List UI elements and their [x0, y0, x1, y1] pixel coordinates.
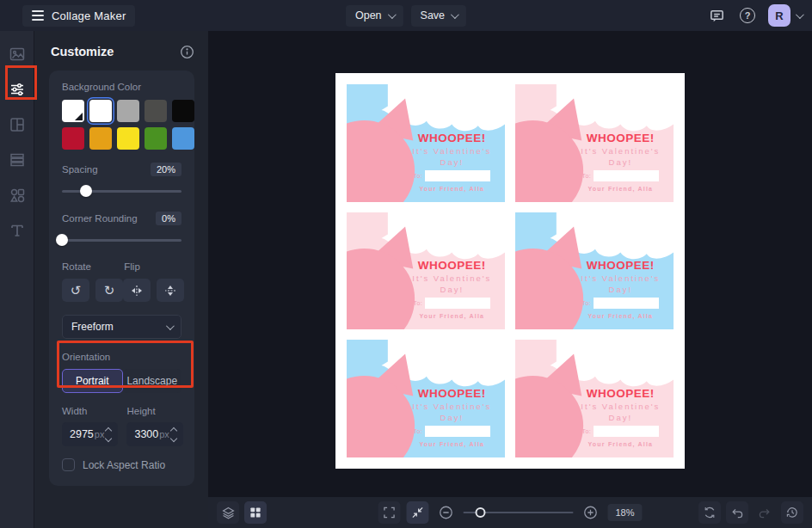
fit-to-screen-button[interactable]: [406, 501, 428, 524]
account-menu[interactable]: R: [768, 4, 802, 27]
app-menu-button[interactable]: Collage Maker: [22, 5, 135, 27]
flip-vertical-button[interactable]: [157, 279, 184, 302]
card-to-field: [425, 170, 490, 181]
rotate-right-button[interactable]: ↻: [95, 279, 123, 302]
rail-item-patterns[interactable]: [7, 150, 28, 170]
history-icon: [785, 506, 799, 519]
height-stepper[interactable]: [169, 428, 178, 441]
redo-button[interactable]: [754, 501, 776, 524]
lock-aspect-label: Lock Aspect Ratio: [83, 459, 165, 471]
rail-item-graphics[interactable]: [7, 185, 28, 206]
landscape-button[interactable]: Landscape: [123, 369, 182, 393]
slider-thumb[interactable]: [80, 185, 92, 197]
flip-label: Flip: [124, 261, 140, 272]
zoom-out-button[interactable]: [434, 501, 457, 524]
spacing-slider[interactable]: [62, 183, 181, 199]
portrait-button[interactable]: Portrait: [62, 369, 123, 393]
rotate-ccw-icon: ↺: [71, 284, 82, 297]
panel-info-button[interactable]: [179, 44, 194, 59]
layout-icon: [9, 116, 26, 133]
height-input[interactable]: 3300 px: [126, 422, 182, 446]
card-subtitle-line2: Day!: [570, 413, 670, 422]
fullscreen-button[interactable]: [378, 501, 400, 524]
swatch-crimson[interactable]: [62, 127, 84, 150]
canvas-area[interactable]: WHOOPEE! It's Valentine's Day! To: Your …: [208, 31, 812, 528]
swatch-yellow[interactable]: [117, 127, 139, 150]
collage-card[interactable]: WHOOPEE! It's Valentine's Day! To: Your …: [347, 212, 505, 330]
redo-icon: [758, 506, 772, 519]
slider-thumb[interactable]: [56, 234, 68, 246]
chevron-down-icon: [796, 10, 804, 19]
card-to-label: To:: [413, 173, 422, 179]
layers-icon: [221, 506, 236, 520]
undo-icon: [730, 506, 744, 519]
fullscreen-icon: [382, 506, 396, 519]
sliders-icon: [9, 81, 26, 98]
collage-card[interactable]: WHOOPEE! It's Valentine's Day! To: Your …: [347, 84, 505, 202]
undo-button[interactable]: [726, 501, 748, 524]
swatch-amber[interactable]: [89, 127, 112, 150]
feedback-button[interactable]: [706, 5, 727, 26]
grid-view-button[interactable]: [244, 501, 267, 524]
card-subtitle-line2: Day!: [402, 413, 501, 422]
width-value: 2975: [70, 428, 94, 440]
chat-bubble-icon: [709, 8, 725, 24]
app-title: Collage Maker: [52, 9, 126, 22]
rail-item-text[interactable]: [7, 220, 28, 241]
rail-item-layouts[interactable]: [7, 114, 28, 135]
zoom-value[interactable]: 18%: [607, 504, 642, 521]
help-button[interactable]: ?: [737, 5, 758, 26]
image-icon: [9, 46, 26, 63]
card-subtitle-line1: It's Valentine's: [402, 273, 501, 283]
open-button-label: Open: [355, 9, 382, 21]
refresh-button[interactable]: [698, 501, 721, 524]
chevron-down-icon: [170, 434, 177, 441]
history-button[interactable]: [781, 501, 803, 524]
collage-sheet[interactable]: WHOOPEE! It's Valentine's Day! To: Your …: [335, 73, 685, 469]
rotate-left-button[interactable]: ↺: [62, 279, 89, 302]
layers-button[interactable]: [217, 501, 239, 524]
collage-card[interactable]: WHOOPEE! It's Valentine's Day! To: Your …: [347, 340, 505, 457]
height-value: 3300: [134, 428, 158, 440]
flip-horizontal-button[interactable]: [123, 279, 151, 302]
lock-aspect-ratio-control[interactable]: Lock Aspect Ratio: [62, 458, 181, 471]
slider-track: [62, 239, 181, 242]
layout-type-select[interactable]: Freeform: [62, 315, 181, 339]
question-mark-icon: ?: [740, 8, 755, 23]
orientation-toggle: Portrait Landscape: [62, 369, 181, 393]
spacing-value: 20%: [151, 163, 181, 176]
card-to-field: [425, 426, 490, 437]
card-title: WHOOPEE!: [402, 387, 501, 400]
zoom-in-button[interactable]: [579, 501, 601, 524]
swatch-transparent[interactable]: [62, 100, 84, 122]
slider-thumb[interactable]: [476, 507, 486, 518]
rail-item-customize[interactable]: [7, 79, 28, 100]
card-text: WHOOPEE! It's Valentine's Day! To: Your …: [570, 387, 670, 447]
open-button[interactable]: Open: [346, 5, 403, 27]
card-to-field: [594, 426, 659, 437]
card-subtitle-line2: Day!: [570, 285, 670, 294]
swatch-green[interactable]: [145, 127, 167, 150]
lock-aspect-checkbox[interactable]: [62, 458, 75, 471]
swatch-dark-gray[interactable]: [145, 100, 167, 122]
zoom-slider[interactable]: [463, 505, 573, 520]
swatch-gray[interactable]: [117, 100, 139, 122]
collage-card[interactable]: WHOOPEE! It's Valentine's Day! To: Your …: [515, 212, 674, 330]
swatch-black[interactable]: [172, 100, 194, 122]
swatch-blue[interactable]: [172, 127, 194, 150]
card-subtitle-line2: Day!: [402, 285, 501, 294]
width-stepper[interactable]: [104, 428, 113, 441]
card-title: WHOOPEE!: [570, 132, 670, 144]
width-input[interactable]: 2975 px: [62, 422, 118, 446]
customize-panel: Customize Background Color: [34, 31, 208, 528]
card-title: WHOOPEE!: [402, 259, 501, 272]
collage-card[interactable]: WHOOPEE! It's Valentine's Day! To: Your …: [515, 84, 674, 202]
corner-rounding-slider[interactable]: [62, 232, 181, 248]
swatch-white[interactable]: [89, 100, 112, 122]
collage-card[interactable]: WHOOPEE! It's Valentine's Day! To: Your …: [515, 340, 674, 457]
save-button[interactable]: Save: [411, 5, 467, 27]
height-label: Height: [126, 406, 182, 416]
chevron-up-icon: [105, 427, 112, 433]
width-unit: px: [95, 429, 105, 439]
rail-item-image-manager[interactable]: [7, 44, 28, 64]
